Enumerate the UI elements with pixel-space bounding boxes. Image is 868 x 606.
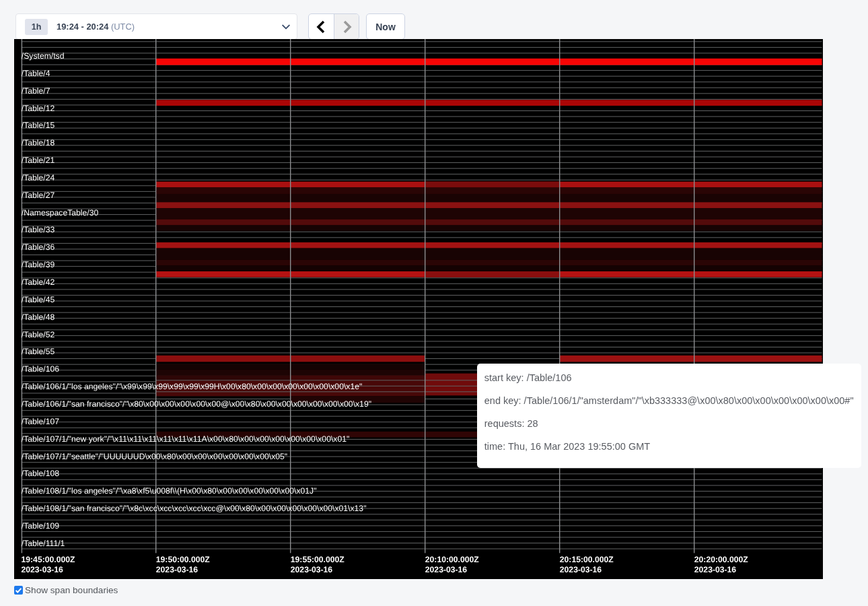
svg-text:2023-03-16: 2023-03-16 [291,565,333,574]
svg-text:/Table/109: /Table/109 [22,521,59,531]
svg-text:/Table/108: /Table/108 [22,469,59,478]
svg-text:/Table/106: /Table/106 [22,364,59,374]
svg-text:19:55:00.000Z: 19:55:00.000Z [291,555,345,564]
svg-text:/Table/106/1/"los angeles"/"\x: /Table/106/1/"los angeles"/"\x99\x99\x99… [22,382,362,391]
svg-text:2023-03-16: 2023-03-16 [425,565,468,574]
svg-text:/Table/107: /Table/107 [22,416,59,426]
svg-text:/System/tsd: /System/tsd [22,51,65,61]
svg-text:20:20:00.000Z: 20:20:00.000Z [694,555,749,564]
svg-text:/Table/12: /Table/12 [22,103,55,112]
svg-text:2023-03-16: 2023-03-16 [694,565,737,574]
svg-text:/Table/107/1/"new york"/"\x11\: /Table/107/1/"new york"/"\x11\x11\x11\x1… [22,434,349,443]
svg-text:/Table/21: /Table/21 [22,156,55,165]
svg-text:19:50:00.000Z: 19:50:00.000Z [156,555,211,564]
svg-text:/Table/52: /Table/52 [22,329,55,339]
svg-text:/Table/18: /Table/18 [22,138,55,147]
svg-text:/Table/107/1/"seattle"/"UUUUUU: /Table/107/1/"seattle"/"UUUUUUD\x00\x80\… [22,451,287,461]
svg-text:20:15:00.000Z: 20:15:00.000Z [560,555,614,564]
svg-text:/Table/108/1/"san francisco"/": /Table/108/1/"san francisco"/"\x8c\xcc\x… [22,504,367,513]
svg-text:/Table/39: /Table/39 [22,260,55,269]
svg-text:/NamespaceTable/30: /NamespaceTable/30 [22,207,99,217]
svg-text:20:10:00.000Z: 20:10:00.000Z [425,555,480,564]
svg-text:2023-03-16: 2023-03-16 [156,565,198,574]
svg-text:19:45:00.000Z: 19:45:00.000Z [22,555,76,564]
svg-text:/Table/24: /Table/24 [22,173,55,182]
svg-text:/Table/33: /Table/33 [22,225,55,234]
svg-text:/Table/27: /Table/27 [22,190,55,199]
svg-text:2023-03-16: 2023-03-16 [22,565,64,574]
svg-text:/Table/55: /Table/55 [22,347,55,356]
svg-text:/Table/15: /Table/15 [22,121,55,130]
svg-text:/Table/106/1/"san francisco"/": /Table/106/1/"san francisco"/"\x80\x00\x… [22,399,371,409]
svg-text:2023-03-16: 2023-03-16 [560,565,602,574]
svg-text:/Table/45: /Table/45 [22,294,55,304]
svg-text:/Table/36: /Table/36 [22,242,55,252]
svg-text:/Table/7: /Table/7 [22,86,50,95]
svg-text:/Table/48: /Table/48 [22,312,55,321]
svg-text:/Table/108/1/"los angeles"/"\x: /Table/108/1/"los angeles"/"\xa8\xf5\u00… [22,486,317,496]
svg-text:/Table/42: /Table/42 [22,277,55,287]
svg-text:/Table/111/1: /Table/111/1 [22,538,65,547]
svg-text:/Table/4: /Table/4 [22,68,50,77]
